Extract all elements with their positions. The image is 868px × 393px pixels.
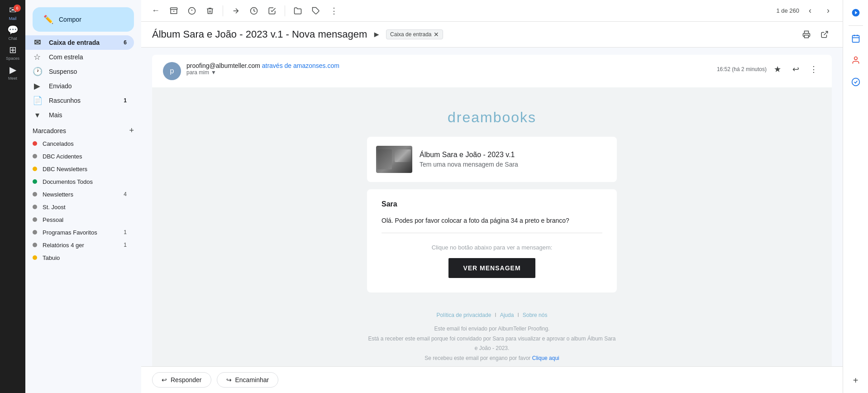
email-body-inner: dreambooks Álbum Sara e João - 2023 v.1 … (356, 102, 628, 366)
album-subtitle: Tem uma nova mensagem de Sara (420, 161, 518, 168)
report-button[interactable] (185, 4, 199, 18)
nav-item-inbox[interactable]: ✉ Caixa de entrada 6 (25, 35, 134, 50)
label-item-dbc-newsletters[interactable]: DBC Newsletters (25, 163, 134, 175)
email-footer: Política de privacidade I Ajuda I Sobre … (356, 300, 628, 366)
right-icon-add[interactable]: + (847, 371, 865, 389)
label-dot (33, 255, 37, 260)
label-item-tabuio[interactable]: Tabuio (25, 251, 134, 264)
back-button[interactable]: ← (148, 4, 163, 18)
label-item-pessoal[interactable]: Pessoal (25, 213, 134, 226)
compose-icon: ✏️ (43, 14, 53, 24)
label-item-relatorios[interactable]: Relatórios 4 ger 1 (25, 239, 134, 251)
delete-button[interactable] (203, 4, 217, 18)
album-thumbnail-inner (395, 149, 411, 162)
compose-button[interactable]: ✏️ Compor (33, 7, 134, 32)
nav-item-sent[interactable]: ▶ Enviado (25, 79, 134, 93)
footer-line3: Se recebeu este email por engano por fav… (367, 354, 617, 364)
email-sender: proofing@albumteller.com através de amaz… (186, 62, 711, 69)
nav-item-more[interactable]: ▾ Mais (25, 108, 134, 122)
forward-icon: ↪ (226, 376, 232, 383)
remove-label-icon[interactable]: ✕ (434, 31, 439, 38)
reply-button-bottom[interactable]: ↩ Responder (152, 372, 211, 388)
chevron-down-icon: ▼ (211, 69, 216, 76)
email-body: dreambooks Álbum Sara e João - 2023 v.1 … (152, 87, 832, 366)
labels-section: Marcadores + (25, 122, 141, 137)
sidebar-item-meet[interactable]: ▶ Meet (4, 63, 22, 81)
click-here-link[interactable]: Clique aqui (532, 355, 559, 361)
more-email-button[interactable]: ⋮ (806, 62, 821, 77)
prev-email-button[interactable]: ‹ (803, 4, 817, 18)
label-button[interactable] (309, 4, 323, 18)
right-icon-contacts[interactable] (847, 51, 865, 69)
sidebar-item-mail[interactable]: ✉ Mail 6 (4, 4, 22, 22)
more-actions-button[interactable]: ⋮ (327, 4, 341, 18)
nav-item-drafts[interactable]: 📄 Rascunhos 1 (25, 93, 134, 108)
label-item-newsletters[interactable]: Newsletters 4 (25, 188, 134, 201)
meet-icon: ▶ (10, 64, 16, 75)
task-button[interactable] (265, 4, 279, 18)
cta-section: Clique no botão abaixo para ver a mensag… (382, 233, 602, 282)
label-item-dbc-acidentes[interactable]: DBC Acidentes (25, 150, 134, 163)
email-scroll-area[interactable]: p proofing@albumteller.com através de am… (141, 48, 843, 366)
drafts-badge: 1 (124, 97, 127, 104)
email-subject-bar: Álbum Sara e João - 2023 v.1 - Nova mens… (141, 22, 843, 48)
album-thumbnail (376, 146, 412, 173)
message-author: Sara (382, 200, 602, 208)
snooze-button[interactable] (247, 4, 261, 18)
folder-button[interactable] (291, 4, 305, 18)
inbox-label: Caixa de entrada (49, 39, 116, 46)
right-sidebar: + (843, 0, 868, 393)
cta-instruction: Clique no botão abaixo para ver a mensag… (382, 244, 602, 251)
email-to[interactable]: para mim ▼ (186, 69, 711, 76)
message-card: Sara Olá. Podes por favor colocar a foto… (367, 189, 617, 292)
email-message: p proofing@albumteller.com através de am… (152, 55, 832, 366)
snoozed-icon: 🕐 (33, 67, 42, 77)
help-link[interactable]: Ajuda (500, 311, 514, 321)
new-window-button[interactable] (817, 27, 832, 42)
reply-button[interactable]: ↩ (788, 62, 803, 77)
expand-subject-icon[interactable]: ► (372, 30, 381, 39)
sidebar-item-chat[interactable]: 💬 Chat (4, 24, 22, 42)
via-link[interactable]: através de amazonses.com (262, 62, 339, 69)
label-item-stjoost[interactable]: St. Joost (25, 201, 134, 213)
footer-line2: Está a receber este email porque foi con… (367, 334, 617, 354)
next-email-button[interactable]: › (821, 4, 835, 18)
nav-item-starred[interactable]: ☆ Com estrela (25, 50, 134, 64)
mail-badge: 6 (14, 5, 21, 12)
sender-avatar: p (163, 62, 181, 80)
inbox-icon: ✉ (33, 38, 42, 48)
label-item-cancelados[interactable]: Cancelados (25, 137, 134, 150)
inbox-badge: 6 (124, 39, 127, 46)
right-icon-tasks[interactable] (847, 73, 865, 91)
sent-label: Enviado (49, 82, 127, 90)
print-button[interactable] (799, 27, 814, 42)
email-time: 16:52 (há 2 minutos) (717, 66, 767, 72)
right-icon-google-apps[interactable] (847, 4, 865, 22)
sidebar-item-spaces[interactable]: ⊞ Spaces (4, 43, 22, 62)
email-subject-title: Álbum Sara e João - 2023 v.1 - Nova mens… (152, 29, 367, 40)
dreambooks-brand: dreambooks (356, 102, 628, 137)
star-button[interactable]: ★ (770, 62, 785, 77)
archive-button[interactable] (167, 4, 181, 18)
right-icon-calendar[interactable] (847, 29, 865, 48)
move-button[interactable] (229, 4, 243, 18)
page-counter: 1 de 260 (776, 7, 799, 14)
spaces-icon: ⊞ (9, 44, 17, 55)
footer-links: Política de privacidade I Ajuda I Sobre … (367, 311, 617, 321)
ver-mensagem-button[interactable]: VER MENSAGEM (448, 258, 535, 278)
about-link[interactable]: Sobre nós (523, 311, 548, 321)
label-dot (33, 154, 37, 158)
label-dot (33, 167, 37, 171)
forward-button[interactable]: ↪ Encaminhar (217, 372, 279, 388)
notification-text: Álbum Sara e João - 2023 v.1 Tem uma nov… (420, 151, 518, 168)
privacy-link[interactable]: Política de privacidade (437, 311, 491, 321)
label-item-documentos[interactable]: Documentos Todos (25, 175, 134, 188)
label-dot (33, 192, 37, 196)
email-header: p proofing@albumteller.com através de am… (152, 55, 832, 87)
add-label-icon[interactable]: + (129, 126, 134, 135)
label-dot (33, 179, 37, 184)
email-time-actions: 16:52 (há 2 minutos) ★ ↩ ⋮ (717, 62, 821, 77)
label-item-programas[interactable]: Programas Favoritos 1 (25, 226, 134, 239)
nav-item-snoozed[interactable]: 🕐 Suspenso (25, 64, 134, 79)
svg-rect-0 (171, 8, 177, 10)
